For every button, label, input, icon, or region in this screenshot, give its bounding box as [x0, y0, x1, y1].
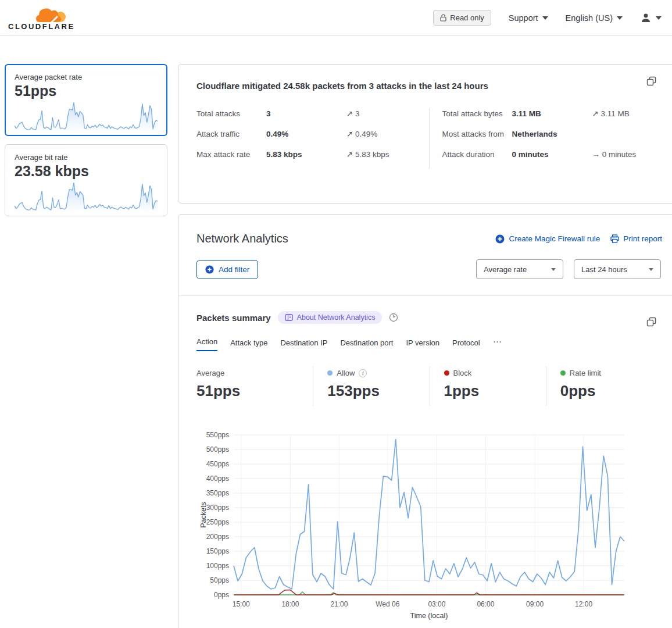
- avg-bit-rate-card[interactable]: Average bit rate 23.58 kbps: [5, 144, 167, 216]
- stat-row-attack-duration: Attack duration 0 minutes → 0 minutes: [442, 149, 662, 161]
- book-icon: [285, 314, 293, 321]
- stat-label: Average: [196, 369, 224, 377]
- rate-limit-dot-icon: [560, 370, 566, 376]
- support-label: Support: [509, 13, 538, 23]
- svg-text:450pps: 450pps: [206, 460, 229, 468]
- mini-card-label: Average bit rate: [15, 153, 158, 162]
- packets-summary-section: Packets summary About Network Analytics: [178, 296, 672, 625]
- stat-row-total-attacks: Total attacks 3 ↗ 3: [196, 108, 429, 120]
- cloudflare-cloud-icon: [35, 5, 69, 23]
- series-stats-row: Average 51pps Allow i 153pps: [196, 366, 662, 406]
- stat-value: 153pps: [327, 382, 429, 400]
- stat-block: Block 1pps: [430, 366, 546, 406]
- stat-delta: ↗ 3.11 MB: [592, 108, 662, 120]
- tab-ip-version[interactable]: IP version: [406, 338, 439, 351]
- svg-text:550pps: 550pps: [206, 431, 229, 439]
- stat-value: 51pps: [196, 382, 313, 400]
- stat-row-total-attack-bytes: Total attack bytes 3.11 MB ↗ 3.11 MB: [442, 108, 662, 120]
- stat-row-attack-traffic: Attack traffic 0.49% ↗ 0.49%: [196, 129, 429, 141]
- stat-average: Average 51pps: [196, 366, 313, 406]
- tab-action[interactable]: Action: [196, 337, 217, 351]
- svg-text:200pps: 200pps: [206, 533, 229, 541]
- svg-text:06:00: 06:00: [477, 600, 494, 608]
- stat-label: Attack duration: [442, 149, 512, 161]
- svg-text:18:00: 18:00: [281, 600, 299, 608]
- stat-delta: ↗ 5.83 kbps: [346, 149, 429, 161]
- clock-icon[interactable]: [389, 313, 398, 322]
- plus-circle-icon: [495, 234, 505, 244]
- create-magic-firewall-rule-link[interactable]: Create Magic Firewall rule: [495, 234, 600, 244]
- read-only-label: Read only: [450, 13, 484, 22]
- packet-rate-sparkline: [15, 99, 158, 133]
- svg-text:350pps: 350pps: [206, 489, 229, 497]
- lock-icon: [440, 14, 446, 22]
- allow-dot-icon: [327, 370, 333, 376]
- print-report-label: Print report: [623, 234, 662, 243]
- language-menu[interactable]: English (US): [566, 13, 623, 23]
- stat-label: Rate limit: [570, 369, 601, 377]
- time-range-select[interactable]: Last 24 hours: [574, 259, 661, 279]
- svg-text:03:00: 03:00: [428, 600, 445, 608]
- print-report-link[interactable]: Print report: [610, 234, 662, 243]
- stat-label: Attack traffic: [196, 129, 266, 141]
- chevron-down-icon: [656, 16, 662, 20]
- printer-icon: [610, 234, 619, 243]
- stat-value: 0 minutes: [512, 149, 592, 161]
- dimension-tabs: Action Attack type Destination IP Destin…: [196, 337, 662, 351]
- tab-destination-ip[interactable]: Destination IP: [280, 338, 327, 351]
- stat-label: Most attacks from: [442, 129, 512, 141]
- stat-value: 3: [266, 108, 346, 120]
- more-tabs-button[interactable]: ⋯: [493, 337, 502, 351]
- svg-text:500pps: 500pps: [206, 445, 229, 454]
- create-rule-label: Create Magic Firewall rule: [509, 234, 600, 243]
- stat-row-max-attack-rate: Max attack rate 5.83 kbps ↗ 5.83 kbps: [196, 149, 429, 161]
- block-dot-icon: [444, 370, 449, 376]
- network-analytics-card: Network Analytics Create Magic Firewall …: [178, 214, 672, 628]
- tab-destination-port[interactable]: Destination port: [340, 338, 393, 351]
- stat-label: Allow: [337, 369, 355, 377]
- info-icon[interactable]: i: [359, 369, 367, 377]
- stat-value: 0pps: [560, 382, 662, 400]
- network-analytics-title: Network Analytics: [196, 232, 288, 245]
- chevron-down-icon: [617, 16, 623, 20]
- stat-row-most-attacks-from: Most attacks from Netherlands: [442, 129, 662, 141]
- svg-text:0pps: 0pps: [214, 591, 229, 599]
- packets-summary-title: Packets summary: [196, 313, 271, 323]
- about-network-analytics-pill[interactable]: About Network Analytics: [278, 311, 383, 324]
- svg-text:Wed 06: Wed 06: [376, 600, 399, 608]
- mini-card-value: 51pps: [15, 83, 158, 99]
- stat-value: 3.11 MB: [512, 108, 592, 120]
- packets-time-series-chart[interactable]: 15:0018:0021:00Wed 0603:0006:0009:0012:0…: [198, 429, 662, 625]
- copy-icon[interactable]: [646, 76, 656, 86]
- account-menu[interactable]: [640, 12, 662, 24]
- chevron-down-icon: [542, 16, 548, 20]
- stat-value: 0.49%: [266, 129, 346, 141]
- tab-attack-type[interactable]: Attack type: [230, 338, 267, 351]
- stat-rate-limit: Rate limit 0pps: [546, 366, 662, 406]
- stat-delta: → 0 minutes: [592, 149, 662, 161]
- tab-protocol[interactable]: Protocol: [452, 338, 480, 351]
- add-filter-label: Add filter: [219, 265, 249, 274]
- svg-text:Time (local): Time (local): [410, 612, 448, 620]
- svg-text:Packets: Packets: [199, 502, 208, 527]
- svg-text:250pps: 250pps: [206, 518, 229, 526]
- avg-packet-rate-card[interactable]: Average packet rate 51pps: [5, 64, 167, 136]
- metric-select[interactable]: Average rate: [476, 259, 563, 279]
- logo-wordmark: CLOUDFLARE: [8, 22, 72, 31]
- svg-text:15:00: 15:00: [233, 600, 250, 608]
- add-filter-button[interactable]: Add filter: [196, 260, 258, 279]
- mini-card-label: Average packet rate: [15, 73, 158, 81]
- user-icon: [640, 12, 652, 24]
- svg-text:400pps: 400pps: [206, 474, 229, 483]
- svg-text:50pps: 50pps: [210, 576, 229, 584]
- svg-text:100pps: 100pps: [206, 562, 229, 570]
- svg-text:12:00: 12:00: [575, 600, 592, 608]
- stat-value: 1pps: [444, 382, 546, 400]
- support-menu[interactable]: Support: [509, 13, 548, 23]
- cloudflare-logo[interactable]: CLOUDFLARE: [8, 5, 72, 31]
- line-chart[interactable]: 15:0018:0021:00Wed 0603:0006:0009:0012:0…: [198, 429, 637, 622]
- copy-icon[interactable]: [646, 317, 656, 327]
- stat-allow: Allow i 153pps: [313, 366, 429, 406]
- stat-label: Total attacks: [196, 108, 266, 120]
- summary-left-stats: Total attacks 3 ↗ 3 Attack traffic 0.49%…: [196, 108, 429, 169]
